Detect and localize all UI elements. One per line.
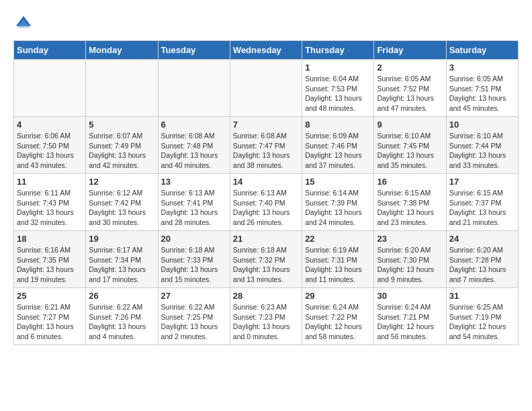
calendar-cell: 24Sunrise: 6:20 AM Sunset: 7:28 PM Dayli…: [446, 231, 518, 288]
calendar-cell: 22Sunrise: 6:19 AM Sunset: 7:31 PM Dayli…: [302, 231, 374, 288]
day-number: 17: [449, 177, 515, 187]
calendar-cell: 17Sunrise: 6:15 AM Sunset: 7:37 PM Dayli…: [446, 174, 518, 231]
day-info: Sunrise: 6:20 AM Sunset: 7:28 PM Dayligh…: [449, 245, 515, 285]
day-number: 20: [161, 234, 227, 244]
day-info: Sunrise: 6:18 AM Sunset: 7:33 PM Dayligh…: [161, 245, 227, 285]
calendar-cell: [230, 60, 302, 117]
day-info: Sunrise: 6:24 AM Sunset: 7:21 PM Dayligh…: [377, 302, 443, 342]
calendar-cell: 1Sunrise: 6:04 AM Sunset: 7:53 PM Daylig…: [302, 60, 374, 117]
day-number: 29: [305, 291, 371, 301]
calendar-week-2: 4Sunrise: 6:06 AM Sunset: 7:50 PM Daylig…: [14, 117, 519, 174]
calendar-cell: 12Sunrise: 6:12 AM Sunset: 7:42 PM Dayli…: [86, 174, 158, 231]
day-info: Sunrise: 6:13 AM Sunset: 7:41 PM Dayligh…: [161, 188, 227, 228]
col-header-friday: Friday: [374, 41, 446, 60]
day-info: Sunrise: 6:25 AM Sunset: 7:19 PM Dayligh…: [449, 302, 515, 342]
calendar-cell: 2Sunrise: 6:05 AM Sunset: 7:52 PM Daylig…: [374, 60, 446, 117]
day-number: 11: [17, 177, 83, 187]
day-info: Sunrise: 6:21 AM Sunset: 7:27 PM Dayligh…: [17, 302, 83, 342]
day-number: 14: [233, 177, 299, 187]
day-info: Sunrise: 6:16 AM Sunset: 7:35 PM Dayligh…: [17, 245, 83, 285]
calendar-cell: 7Sunrise: 6:08 AM Sunset: 7:47 PM Daylig…: [230, 117, 302, 174]
calendar-cell: 16Sunrise: 6:15 AM Sunset: 7:38 PM Dayli…: [374, 174, 446, 231]
day-info: Sunrise: 6:10 AM Sunset: 7:44 PM Dayligh…: [449, 131, 515, 171]
day-number: 4: [17, 120, 83, 130]
day-info: Sunrise: 6:14 AM Sunset: 7:39 PM Dayligh…: [305, 188, 371, 228]
calendar-cell: 9Sunrise: 6:10 AM Sunset: 7:45 PM Daylig…: [374, 117, 446, 174]
day-info: Sunrise: 6:22 AM Sunset: 7:26 PM Dayligh…: [89, 302, 154, 342]
day-info: Sunrise: 6:24 AM Sunset: 7:22 PM Dayligh…: [305, 302, 371, 342]
day-info: Sunrise: 6:17 AM Sunset: 7:34 PM Dayligh…: [89, 245, 154, 285]
calendar-cell: 26Sunrise: 6:22 AM Sunset: 7:26 PM Dayli…: [86, 288, 158, 345]
calendar-cell: 8Sunrise: 6:09 AM Sunset: 7:46 PM Daylig…: [302, 117, 374, 174]
day-number: 27: [161, 291, 227, 301]
day-info: Sunrise: 6:10 AM Sunset: 7:45 PM Dayligh…: [377, 131, 443, 171]
calendar-cell: 5Sunrise: 6:07 AM Sunset: 7:49 PM Daylig…: [86, 117, 158, 174]
day-info: Sunrise: 6:04 AM Sunset: 7:53 PM Dayligh…: [305, 74, 371, 113]
calendar-cell: 3Sunrise: 6:05 AM Sunset: 7:51 PM Daylig…: [446, 60, 518, 117]
calendar-cell: 25Sunrise: 6:21 AM Sunset: 7:27 PM Dayli…: [14, 288, 86, 345]
calendar-cell: 29Sunrise: 6:24 AM Sunset: 7:22 PM Dayli…: [302, 288, 374, 345]
header: [13, 13, 519, 34]
calendar-cell: 31Sunrise: 6:25 AM Sunset: 7:19 PM Dayli…: [446, 288, 518, 345]
day-number: 19: [89, 234, 154, 244]
day-number: 30: [377, 291, 443, 301]
calendar-cell: [158, 60, 230, 117]
day-number: 25: [17, 291, 83, 301]
col-header-wednesday: Wednesday: [230, 41, 302, 60]
day-info: Sunrise: 6:06 AM Sunset: 7:50 PM Dayligh…: [17, 131, 83, 171]
day-info: Sunrise: 6:18 AM Sunset: 7:32 PM Dayligh…: [233, 245, 299, 285]
calendar-cell: [14, 60, 86, 117]
day-number: 31: [449, 291, 515, 301]
day-number: 28: [233, 291, 299, 301]
day-info: Sunrise: 6:08 AM Sunset: 7:47 PM Dayligh…: [233, 131, 299, 171]
day-number: 3: [449, 62, 515, 73]
day-number: 10: [449, 120, 515, 130]
day-number: 18: [17, 234, 83, 244]
col-header-sunday: Sunday: [14, 41, 86, 60]
calendar-cell: 20Sunrise: 6:18 AM Sunset: 7:33 PM Dayli…: [158, 231, 230, 288]
day-info: Sunrise: 6:11 AM Sunset: 7:43 PM Dayligh…: [17, 188, 83, 228]
calendar-cell: 19Sunrise: 6:17 AM Sunset: 7:34 PM Dayli…: [86, 231, 158, 288]
calendar-cell: 6Sunrise: 6:08 AM Sunset: 7:48 PM Daylig…: [158, 117, 230, 174]
day-info: Sunrise: 6:09 AM Sunset: 7:46 PM Dayligh…: [305, 131, 371, 171]
day-info: Sunrise: 6:13 AM Sunset: 7:40 PM Dayligh…: [233, 188, 299, 228]
calendar-cell: 27Sunrise: 6:22 AM Sunset: 7:25 PM Dayli…: [158, 288, 230, 345]
day-number: 1: [305, 62, 371, 73]
day-info: Sunrise: 6:22 AM Sunset: 7:25 PM Dayligh…: [161, 302, 227, 342]
calendar-cell: 4Sunrise: 6:06 AM Sunset: 7:50 PM Daylig…: [14, 117, 86, 174]
calendar-week-5: 25Sunrise: 6:21 AM Sunset: 7:27 PM Dayli…: [14, 288, 519, 345]
col-header-saturday: Saturday: [446, 41, 518, 60]
calendar: SundayMondayTuesdayWednesdayThursdayFrid…: [13, 40, 519, 345]
day-info: Sunrise: 6:07 AM Sunset: 7:49 PM Dayligh…: [89, 131, 154, 171]
logo: [13, 13, 36, 34]
day-info: Sunrise: 6:08 AM Sunset: 7:48 PM Dayligh…: [161, 131, 227, 171]
calendar-cell: 11Sunrise: 6:11 AM Sunset: 7:43 PM Dayli…: [14, 174, 86, 231]
day-number: 2: [377, 62, 443, 73]
calendar-cell: 13Sunrise: 6:13 AM Sunset: 7:41 PM Dayli…: [158, 174, 230, 231]
day-info: Sunrise: 6:05 AM Sunset: 7:51 PM Dayligh…: [449, 74, 515, 113]
day-number: 22: [305, 234, 371, 244]
calendar-week-1: 1Sunrise: 6:04 AM Sunset: 7:53 PM Daylig…: [14, 60, 519, 117]
day-number: 6: [161, 120, 227, 130]
day-info: Sunrise: 6:15 AM Sunset: 7:37 PM Dayligh…: [449, 188, 515, 228]
day-info: Sunrise: 6:19 AM Sunset: 7:31 PM Dayligh…: [305, 245, 371, 285]
calendar-cell: 28Sunrise: 6:23 AM Sunset: 7:23 PM Dayli…: [230, 288, 302, 345]
calendar-week-4: 18Sunrise: 6:16 AM Sunset: 7:35 PM Dayli…: [14, 231, 519, 288]
calendar-cell: [86, 60, 158, 117]
day-info: Sunrise: 6:15 AM Sunset: 7:38 PM Dayligh…: [377, 188, 443, 228]
day-info: Sunrise: 6:05 AM Sunset: 7:52 PM Dayligh…: [377, 74, 443, 113]
day-number: 5: [89, 120, 154, 130]
day-number: 21: [233, 234, 299, 244]
calendar-week-3: 11Sunrise: 6:11 AM Sunset: 7:43 PM Dayli…: [14, 174, 519, 231]
day-info: Sunrise: 6:23 AM Sunset: 7:23 PM Dayligh…: [233, 302, 299, 342]
day-number: 15: [305, 177, 371, 187]
calendar-cell: 18Sunrise: 6:16 AM Sunset: 7:35 PM Dayli…: [14, 231, 86, 288]
calendar-cell: 21Sunrise: 6:18 AM Sunset: 7:32 PM Dayli…: [230, 231, 302, 288]
day-number: 12: [89, 177, 154, 187]
day-number: 16: [377, 177, 443, 187]
col-header-tuesday: Tuesday: [158, 41, 230, 60]
col-header-monday: Monday: [86, 41, 158, 60]
logo-icon: [13, 13, 34, 34]
day-number: 26: [89, 291, 154, 301]
day-info: Sunrise: 6:12 AM Sunset: 7:42 PM Dayligh…: [89, 188, 154, 228]
